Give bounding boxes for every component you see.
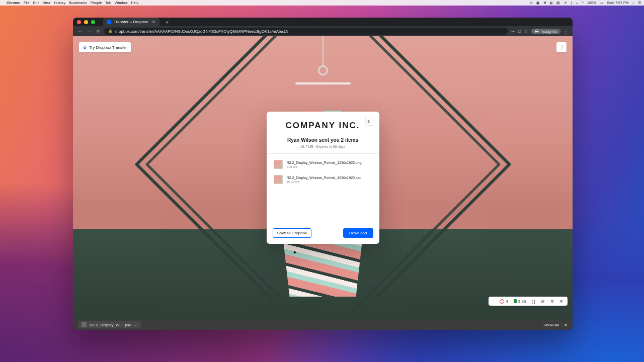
window-close-icon[interactable] (77, 20, 81, 24)
browser-window: Transfer – Dropbox ✕ ＋ ← → ⟳ 🔒 dropbox.c… (73, 18, 573, 330)
menu-bookmarks[interactable]: Bookmarks (69, 1, 87, 5)
download-file-name: R2.2_Display_Wi....psd (90, 323, 131, 327)
menu-view[interactable]: View (43, 1, 50, 5)
status-icon[interactable]: ◐ (550, 1, 553, 5)
file-list-item[interactable]: R2.2_Display_Window_Portrait_1536x1920.p… (267, 157, 379, 172)
incognito-icon: 🕶 (535, 29, 539, 34)
bookmark-star-icon[interactable]: ☆ (524, 29, 528, 34)
transfer-card: ◧ COMPANY INC. Ryan Wilson sent you 2 it… (267, 112, 379, 244)
menu-file[interactable]: File (24, 1, 30, 5)
download-button[interactable]: Download (343, 228, 373, 238)
wifi-icon[interactable]: ⌔ (582, 1, 584, 5)
status-icon[interactable]: ⊙ (530, 1, 533, 5)
new-tab-button[interactable]: ＋ (165, 19, 170, 26)
window-zoom-icon[interactable] (91, 20, 95, 24)
tab-title: Transfer – Dropbox (114, 20, 148, 24)
file-icon (82, 322, 87, 327)
window-minimize-icon[interactable] (84, 20, 88, 24)
company-brand: COMPANY INC. (275, 121, 371, 131)
spotlight-icon[interactable]: ⌕ (632, 1, 634, 5)
tab-close-icon[interactable]: ✕ (152, 20, 155, 24)
key-icon[interactable]: ⊸ (511, 29, 515, 34)
file-thumbnail-icon (274, 160, 283, 169)
status-icon[interactable]: ❖ (543, 1, 546, 5)
file-thumbnail-icon (274, 175, 283, 184)
transfer-subline: 18.7 MB · Expires in 89 days (275, 145, 371, 148)
page-viewport: ⬙ Try Dropbox Transfer ❔ ◧ COMPANY INC. … (73, 36, 573, 320)
download-shelf: R2.2_Display_Wi....psd ⌄ Show All ✕ (73, 320, 573, 330)
address-bar: ← → ⟳ 🔒 dropbox.com/transfer/AAAAAPtOf48… (73, 26, 573, 36)
error-badge-icon: ! (500, 299, 504, 304)
forward-button[interactable]: → (86, 29, 92, 34)
control-center-icon[interactable]: ☰ (638, 1, 641, 5)
gear-icon[interactable]: ⚙ (549, 299, 555, 304)
battery-percent: 100% (587, 1, 596, 5)
menu-history[interactable]: History (54, 1, 65, 5)
perf-timing: 3.36 (518, 299, 526, 304)
try-button-label: Try Dropbox Transfer (89, 45, 127, 50)
close-shelf-icon[interactable]: ✕ (564, 323, 568, 327)
dev-chevron-icon[interactable]: › (492, 299, 496, 304)
braces-icon[interactable]: { } (530, 299, 537, 304)
help-icon: ❔ (558, 45, 565, 50)
dev-extension-toolbar[interactable]: › !4 3.36 { } ⛓ ⚙ ✻ (489, 297, 568, 306)
incognito-badge[interactable]: 🕶 Incognito (531, 29, 560, 34)
menu-people[interactable]: People (91, 1, 102, 5)
file-name: R2.2_Display_Window_Portrait_1536x1920.p… (287, 176, 362, 179)
status-icon[interactable]: ▣ (536, 1, 540, 5)
url-input[interactable]: 🔒 dropbox.com/transfer/AAAAAPtOf48dOesOJ… (104, 28, 508, 35)
menu-tab[interactable]: Tab (105, 1, 111, 5)
help-button[interactable]: ❔ (556, 42, 567, 52)
menu-edit[interactable]: Edit (33, 1, 39, 5)
menu-help[interactable]: Help (131, 1, 139, 5)
browser-tab[interactable]: Transfer – Dropbox ✕ (103, 18, 159, 26)
tab-strip: Transfer – Dropbox ✕ ＋ (73, 18, 573, 26)
file-list-item[interactable]: R2.2_Display_Window_Portrait_1536x1920.p… (267, 172, 379, 187)
file-list: R2.2_Display_Window_Portrait_1536x1920.p… (267, 154, 379, 190)
lock-icon: 🔒 (108, 29, 113, 33)
chrome-menu-button[interactable]: ⋮ (564, 29, 569, 34)
status-icon[interactable]: ☀ (564, 1, 567, 5)
card-options-button[interactable]: ◧ (365, 117, 374, 126)
download-item[interactable]: R2.2_Display_Wi....psd ⌄ (78, 321, 141, 328)
menu-clock[interactable]: Wed 7:57 PM (607, 1, 628, 5)
error-count: 4 (506, 299, 508, 304)
file-size: 15.41 MB (287, 180, 362, 184)
airplay-icon[interactable]: ▵ (576, 1, 578, 5)
menu-window[interactable]: Window (115, 1, 128, 5)
bug-icon[interactable]: ✻ (558, 299, 565, 304)
chevron-down-icon[interactable]: ⌄ (134, 323, 137, 327)
save-to-dropbox-button[interactable]: Save to Dropbox (273, 228, 312, 238)
dropbox-favicon-icon (107, 20, 111, 24)
url-text: dropbox.com/transfer/AAAAAPtOf48dOesOJQz… (115, 29, 288, 34)
extensions-icon[interactable]: ☖ (518, 29, 521, 34)
reload-button[interactable]: ⟳ (95, 29, 101, 34)
show-all-downloads[interactable]: Show All (543, 323, 559, 327)
file-name: R2.2_Display_Window_Portrait_1536x1920.p… (287, 161, 362, 164)
bluetooth-icon[interactable]: ᛒ (571, 1, 573, 5)
transfer-headline: Ryan Wilson sent you 2 items (275, 137, 371, 143)
menu-app-name[interactable]: Chrome (7, 1, 20, 5)
perf-badge-icon (514, 299, 517, 303)
status-icon[interactable]: ▤ (556, 1, 560, 5)
dropbox-icon: ⬙ (83, 45, 87, 50)
link-icon[interactable]: ⛓ (539, 299, 546, 304)
back-button[interactable]: ← (77, 29, 83, 34)
macos-menu-bar: Chrome File Edit View History Bookmarks … (0, 0, 644, 6)
battery-icon: ▭ (600, 1, 603, 5)
incognito-label: Incognito (541, 29, 557, 34)
file-size: 3.31 MB (287, 165, 362, 168)
try-dropbox-transfer-button[interactable]: ⬙ Try Dropbox Transfer (79, 42, 131, 52)
